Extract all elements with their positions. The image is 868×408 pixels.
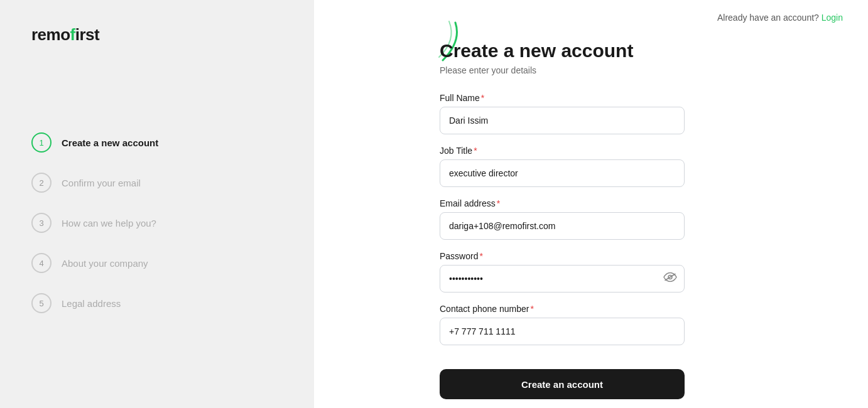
step-4: 4 About your company [31,253,283,273]
step-5-label: Legal address [62,298,121,309]
step-1-number: 1 [31,132,52,153]
password-label: Password* [440,251,843,261]
job-title-input[interactable] [440,159,685,187]
already-account-text: Already have an account? [717,13,819,23]
phone-required: * [530,304,533,314]
full-name-input[interactable] [440,107,685,134]
page-title: Create a new account [440,40,843,62]
step-3: 3 How can we help you? [31,213,283,233]
step-4-number: 4 [31,253,52,273]
email-group: Email address* [440,198,843,240]
job-title-label: Job Title* [440,146,843,156]
password-wrapper [440,265,685,293]
toggle-password-icon[interactable] [663,272,677,286]
job-title-required: * [474,146,477,156]
phone-group: Contact phone number* [440,304,843,345]
page-subtitle: Please enter your details [440,65,843,75]
registration-form: Full Name* Job Title* Email address* [440,93,843,408]
step-2: 2 Confirm your email [31,173,283,193]
email-label: Email address* [440,198,843,208]
full-name-label: Full Name* [440,93,843,103]
full-name-group: Full Name* [440,93,843,134]
step-3-number: 3 [31,213,52,233]
step-1-label: Create a new account [62,137,158,148]
logo: remofirst [31,25,283,45]
step-5: 5 Legal address [31,293,283,313]
top-bar: Already have an account? Login [314,0,868,35]
step-3-label: How can we help you? [62,218,156,228]
create-account-button[interactable]: Create an account [440,369,685,399]
job-title-group: Job Title* [440,146,843,187]
phone-label: Contact phone number* [440,304,843,314]
step-1: 1 Create a new account [31,132,283,153]
email-input[interactable] [440,212,685,240]
full-name-required: * [481,93,484,103]
step-5-number: 5 [31,293,52,313]
main-content: Already have an account? Login Create a … [314,0,868,408]
step-2-label: Confirm your email [62,178,141,188]
sidebar: remofirst 1 Create a new account 2 Confi… [0,0,314,408]
password-required: * [479,251,482,261]
login-link[interactable]: Login [822,13,843,23]
step-2-number: 2 [31,173,52,193]
page-header: Create a new account Please enter your d… [440,40,843,75]
password-group: Password* [440,251,843,293]
email-required: * [497,198,500,208]
steps-list: 1 Create a new account 2 Confirm your em… [31,132,283,313]
phone-input[interactable] [440,318,685,345]
password-input[interactable] [440,265,685,293]
step-4-label: About your company [62,258,148,269]
